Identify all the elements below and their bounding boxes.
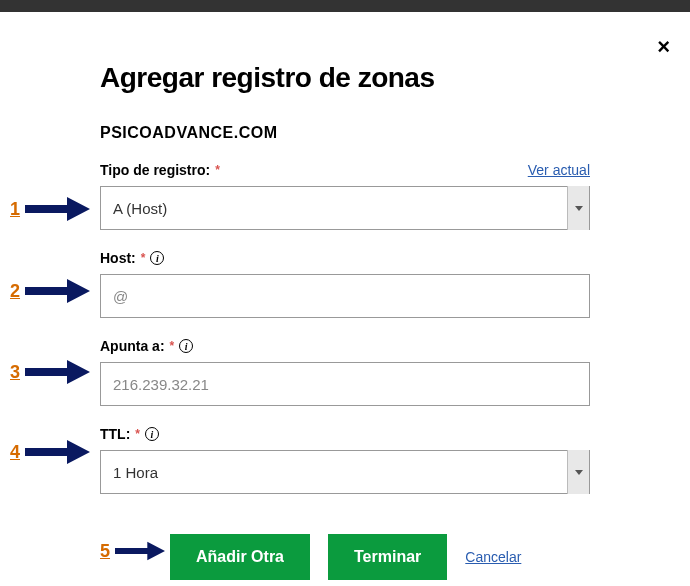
annotation-number-5: 5 (100, 541, 110, 562)
annotation-5: 5 (100, 540, 165, 562)
required-marker: * (135, 427, 140, 441)
label-ttl: TTL: (100, 426, 130, 442)
chevron-down-icon (567, 186, 589, 230)
action-row: Añadir Otra Terminar Cancelar (170, 534, 590, 580)
arrow-icon (25, 360, 90, 384)
select-tipo[interactable]: A (Host) (100, 186, 590, 230)
field-host: Host: * i (100, 250, 590, 318)
required-marker: * (215, 163, 220, 177)
select-ttl[interactable]: 1 Hora (100, 450, 590, 494)
finish-button[interactable]: Terminar (328, 534, 447, 580)
annotation-number-4: 4 (10, 442, 20, 463)
info-icon[interactable]: i (179, 339, 193, 353)
annotation-3: 3 (10, 360, 90, 384)
annotation-1: 1 (10, 197, 90, 221)
input-apunta[interactable] (100, 362, 590, 406)
add-another-button[interactable]: Añadir Otra (170, 534, 310, 580)
domain-label: PSICOADVANCE.COM (100, 124, 590, 142)
info-icon[interactable]: i (150, 251, 164, 265)
chevron-down-icon (567, 450, 589, 494)
field-tipo: Tipo de registro: * Ver actual A (Host) (100, 162, 590, 230)
label-tipo: Tipo de registro: (100, 162, 210, 178)
annotation-4: 4 (10, 440, 90, 464)
label-host: Host: (100, 250, 136, 266)
info-icon[interactable]: i (145, 427, 159, 441)
modal-title: Agregar registro de zonas (100, 62, 590, 94)
annotation-number-2: 2 (10, 281, 20, 302)
arrow-icon (25, 440, 90, 464)
view-current-link[interactable]: Ver actual (528, 162, 590, 178)
select-tipo-value: A (Host) (113, 200, 567, 217)
required-marker: * (170, 339, 175, 353)
field-apunta: Apunta a: * i (100, 338, 590, 406)
label-apunta: Apunta a: (100, 338, 165, 354)
modal-container: Agregar registro de zonas PSICOADVANCE.C… (0, 12, 690, 586)
annotation-2: 2 (10, 279, 90, 303)
annotation-number-1: 1 (10, 199, 20, 220)
cancel-link[interactable]: Cancelar (465, 549, 521, 565)
arrow-icon (115, 540, 165, 562)
input-host[interactable] (100, 274, 590, 318)
arrow-icon (25, 279, 90, 303)
select-ttl-value: 1 Hora (113, 464, 567, 481)
annotation-number-3: 3 (10, 362, 20, 383)
field-ttl: TTL: * i 1 Hora (100, 426, 590, 494)
top-bar (0, 0, 690, 12)
arrow-icon (25, 197, 90, 221)
close-button[interactable]: × (657, 34, 670, 60)
required-marker: * (141, 251, 146, 265)
